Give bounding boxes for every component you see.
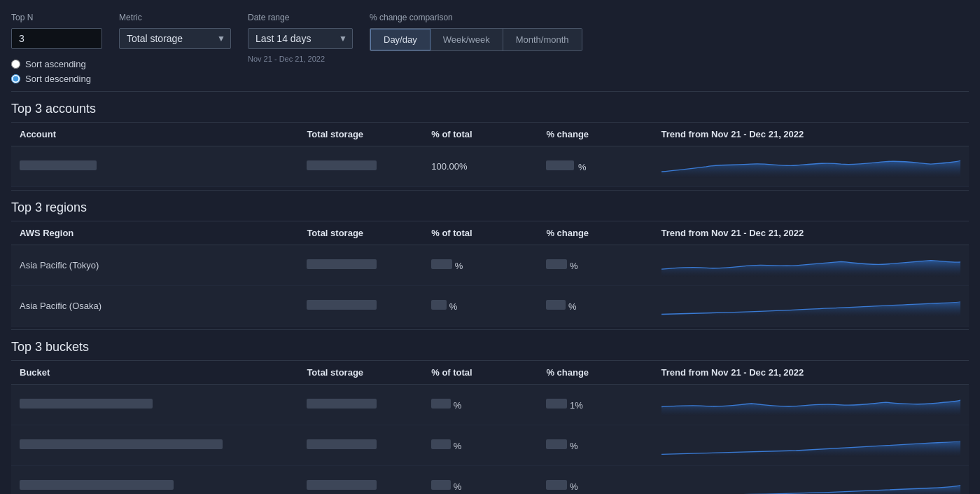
- accounts-section-title: Top 3 accounts: [11, 92, 969, 122]
- bucket1-pct-total-bar: [431, 399, 451, 409]
- buckets-col-pct-change: % change: [538, 361, 652, 385]
- sort-descending-option[interactable]: Sort descending: [11, 74, 102, 84]
- date-range-group: Date range Last 7 days Last 14 days Last…: [248, 13, 353, 63]
- day-day-button[interactable]: Day/day: [370, 29, 430, 50]
- metric-select-wrapper: Total storage Object count Requests ▼: [119, 28, 231, 49]
- region-osaka-sparkline: [662, 292, 960, 317]
- account-pct-change-cell: %: [538, 146, 652, 187]
- metric-select[interactable]: Total storage Object count Requests: [119, 28, 231, 49]
- account-storage-cell: [298, 146, 423, 187]
- region-tokyo-pct-total-text: %: [455, 261, 463, 271]
- bucket1-pct-change-cell: 1%: [538, 385, 652, 425]
- bucket3-pct-change-bar: [546, 480, 567, 490]
- top-n-group: Top N Sort ascending Sort descending: [11, 13, 102, 84]
- bucket3-trend-sparkline: [662, 472, 960, 494]
- sort-descending-label: Sort descending: [25, 74, 91, 84]
- regions-section-title: Top 3 regions: [11, 191, 969, 221]
- date-range-label: Date range: [248, 13, 353, 22]
- bucket1-pct-change-bar: [546, 399, 567, 409]
- date-range-subtext: Nov 21 - Dec 21, 2022: [248, 55, 353, 63]
- bucket1-trend-cell: [653, 385, 969, 425]
- bucket2-pct-change-bar: [546, 439, 567, 449]
- regions-col-pct-total: % of total: [423, 221, 538, 245]
- account-name-cell: [11, 146, 298, 187]
- region-osaka-trend-cell: [653, 286, 969, 327]
- bucket3-trend-cell: [653, 466, 969, 495]
- region-osaka-pct-total-bar: [431, 300, 447, 310]
- region-tokyo-pct-change-cell: %: [538, 245, 652, 286]
- buckets-header-row: Bucket Total storage % of total % change…: [11, 361, 969, 385]
- region-osaka-cell: Asia Pacific (Osaka): [11, 286, 298, 327]
- regions-col-trend: Trend from Nov 21 - Dec 21, 2022: [653, 221, 969, 245]
- region-tokyo-sparkline: [662, 252, 960, 277]
- buckets-col-pct-total: % of total: [423, 361, 538, 385]
- sort-descending-radio[interactable]: [11, 74, 20, 83]
- account-pct-total-cell: 100.00%: [423, 146, 538, 187]
- bucket2-trend-cell: [653, 425, 969, 466]
- sort-ascending-label: Sort ascending: [25, 59, 86, 69]
- region-osaka-pct-change-text: %: [568, 301, 577, 312]
- regions-table: AWS Region Total storage % of total % ch…: [11, 221, 969, 327]
- table-row: % %: [11, 466, 969, 495]
- region-tokyo-pct-total-cell: %: [423, 245, 538, 286]
- bucket3-pct-change-cell: %: [538, 466, 652, 495]
- buckets-col-bucket: Bucket: [11, 361, 298, 385]
- bucket3-pct-total-cell: %: [423, 466, 538, 495]
- region-tokyo-trend-cell: [653, 245, 969, 286]
- comparison-group: % change comparison Day/day Week/week Mo…: [370, 13, 582, 51]
- table-row: % 1%: [11, 385, 969, 425]
- top-n-input[interactable]: [11, 28, 102, 49]
- region-tokyo-pct-change-bar: [546, 259, 567, 269]
- accounts-header-row: Account Total storage % of total % chang…: [11, 123, 969, 146]
- buckets-section-title: Top 3 buckets: [11, 330, 969, 360]
- regions-col-region: AWS Region: [11, 221, 298, 245]
- buckets-col-storage: Total storage: [298, 361, 423, 385]
- bucket2-name-bar: [20, 439, 223, 449]
- region-osaka-pct-total-cell: %: [423, 286, 538, 327]
- bucket2-storage-cell: [298, 425, 423, 466]
- table-row: 100.00% %: [11, 146, 969, 187]
- sort-ascending-radio[interactable]: [11, 60, 20, 69]
- bucket2-pct-change-text: %: [570, 441, 578, 451]
- bucket3-name-bar: [20, 480, 174, 490]
- regions-col-pct-change: % change: [538, 221, 652, 245]
- region-tokyo-pct-total-bar: [431, 259, 452, 269]
- bucket2-pct-total-text: %: [454, 441, 462, 451]
- accounts-col-trend: Trend from Nov 21 - Dec 21, 2022: [653, 123, 969, 146]
- month-month-button[interactable]: Month/month: [503, 29, 582, 50]
- main-container: Top N Sort ascending Sort descending Met…: [0, 0, 980, 494]
- week-week-button[interactable]: Week/week: [430, 29, 503, 50]
- date-range-select[interactable]: Last 7 days Last 14 days Last 30 days: [248, 28, 353, 49]
- top-n-label: Top N: [11, 13, 102, 22]
- bucket1-name-bar: [20, 399, 153, 409]
- region-osaka-storage-bar: [307, 300, 377, 310]
- table-row: Asia Pacific (Osaka) % %: [11, 286, 969, 327]
- bucket3-pct-total-text: %: [454, 481, 462, 492]
- bucket3-storage-bar: [307, 480, 377, 490]
- metric-group: Metric Total storage Object count Reques…: [119, 13, 231, 49]
- bucket1-pct-total-text: %: [454, 400, 462, 411]
- regions-col-storage: Total storage: [298, 221, 423, 245]
- bucket3-pct-change-text: %: [570, 481, 578, 492]
- sort-ascending-option[interactable]: Sort ascending: [11, 59, 102, 69]
- accounts-table: Account Total storage % of total % chang…: [11, 122, 969, 187]
- comparison-toggle-buttons: Day/day Week/week Month/month: [370, 28, 582, 51]
- bucket2-name-cell: [11, 425, 298, 466]
- date-range-select-wrapper: Last 7 days Last 14 days Last 30 days ▼: [248, 28, 353, 49]
- region-osaka-storage-cell: [298, 286, 423, 327]
- account-trend-sparkline: [662, 153, 960, 178]
- bucket3-name-cell: [11, 466, 298, 495]
- bucket1-pct-change-text: 1%: [570, 400, 583, 411]
- region-tokyo-cell: Asia Pacific (Tokyo): [11, 245, 298, 286]
- region-tokyo-pct-change-text: %: [570, 261, 578, 271]
- bucket1-name-cell: [11, 385, 298, 425]
- accounts-col-pct-change: % change: [538, 123, 652, 146]
- table-row: Asia Pacific (Tokyo) % %: [11, 245, 969, 286]
- sort-options: Sort ascending Sort descending: [11, 59, 102, 84]
- account-pct-change-bar: [546, 160, 574, 170]
- accounts-col-pct-total: % of total: [423, 123, 538, 146]
- comparison-label: % change comparison: [370, 13, 582, 22]
- accounts-col-storage: Total storage: [298, 123, 423, 146]
- metric-label: Metric: [119, 13, 231, 22]
- bucket1-storage-cell: [298, 385, 423, 425]
